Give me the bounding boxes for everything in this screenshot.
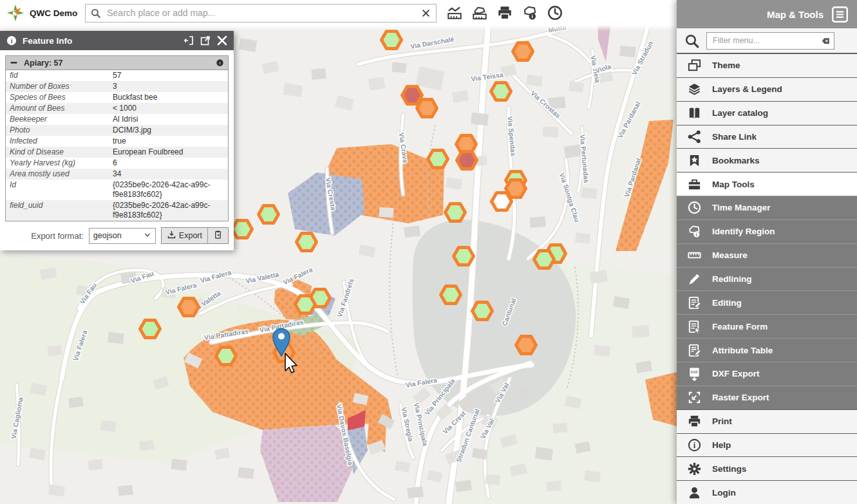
attribute-label: Amount of Bees — [6, 103, 109, 114]
apiary-marker-green[interactable] — [296, 296, 315, 313]
sidebar-item-identify-region[interactable]: iIdentify Region — [677, 219, 857, 243]
info-icon: i — [6, 35, 17, 46]
apiary-marker-orange[interactable] — [179, 299, 199, 316]
export-row: Export format: geojson Export — [5, 227, 229, 244]
maximize-icon[interactable] — [200, 35, 211, 46]
attribute-row: BeekeeperAl Idrisi — [6, 114, 229, 125]
copy-to-clipboard-button[interactable] — [207, 228, 228, 243]
layers-icon — [686, 82, 702, 97]
export-format-select[interactable]: geojson — [89, 228, 156, 244]
apiary-marker-green[interactable] — [382, 32, 402, 49]
apiary-marker-green[interactable] — [297, 234, 317, 251]
identify-region-tool-icon[interactable] — [471, 5, 488, 21]
apiary-marker-green[interactable] — [534, 251, 554, 268]
backspace-icon[interactable] — [821, 36, 831, 46]
sidebar-item-label: Map Tools — [712, 180, 755, 189]
search-icon — [684, 33, 700, 49]
sidebar-item-measure[interactable]: Measure — [677, 243, 857, 267]
sidebar-item-login[interactable]: Login — [677, 480, 857, 504]
sidebar-menu: ThemeLayers & LegendLayer catalogShare L… — [677, 53, 857, 504]
feature-info-panel: i Feature Info Apiary: 57 i fid57Number … — [0, 31, 234, 250]
apiary-marker-red[interactable] — [457, 152, 477, 169]
attribute-value: 3 — [109, 81, 229, 92]
apiary-marker-green[interactable] — [446, 204, 466, 221]
close-icon[interactable] — [216, 35, 228, 46]
apiary-marker-green[interactable] — [428, 151, 448, 168]
collapse-icon[interactable] — [10, 59, 18, 67]
sidebar-item-settings[interactable]: Settings — [677, 456, 857, 480]
apiary-marker-green[interactable] — [259, 206, 279, 223]
apiary-marker-white[interactable] — [492, 193, 512, 210]
search-clear-icon[interactable] — [422, 9, 430, 17]
attribute-row: Id{0235be9c-2026-42ac-a99c-f9e8183fc602} — [6, 180, 229, 200]
feature-section-title: Apiary: 57 — [24, 59, 62, 68]
attribute-row: Species of BeesBuckfast bee — [6, 92, 229, 103]
sidebar-item-label: Layer catalog — [712, 108, 768, 118]
sidebar-item-label: Time Manager — [712, 203, 771, 212]
menu-icon[interactable] — [831, 6, 849, 23]
attribute-row: Amount of Bees< 1000 — [6, 103, 229, 114]
app-logo: QWC Demo — [0, 4, 85, 22]
search-input[interactable] — [106, 7, 416, 19]
apiary-marker-green[interactable] — [140, 321, 160, 338]
svg-text:i: i — [220, 61, 221, 66]
print-tool-icon[interactable] — [496, 5, 513, 21]
apiary-marker-green[interactable] — [216, 348, 236, 365]
attribute-value: 34 — [109, 169, 229, 180]
attribute-label: fid — [6, 70, 109, 81]
app-title: QWC Demo — [30, 8, 77, 18]
apiary-marker-orange[interactable] — [516, 337, 536, 354]
sidebar-item-label: Redlining — [712, 274, 752, 284]
sidebar-item-feature-form[interactable]: Feature Form — [677, 314, 857, 338]
apiary-marker-green[interactable] — [473, 303, 493, 320]
sidebar-item-label: Settings — [712, 464, 746, 474]
sidebar-item-label: Share Link — [712, 132, 757, 142]
attribute-label: Beekeeper — [6, 114, 109, 125]
attribute-label: Area mostly used — [6, 169, 109, 180]
measure-tool-icon[interactable] — [446, 5, 463, 21]
sidebar-item-attribute-table[interactable]: Attribute Table — [677, 338, 857, 362]
export-button[interactable]: Export — [162, 228, 207, 243]
attribute-row: Area mostly used34 — [6, 169, 229, 180]
sidebar-item-label: Bookmarks — [712, 156, 760, 165]
apiary-marker-orange[interactable] — [417, 100, 437, 117]
sidebar-item-layer-catalog[interactable]: Layer catalog — [677, 101, 857, 125]
time-manager-tool-icon[interactable] — [547, 5, 563, 21]
feature-info-title: Feature Info — [23, 36, 178, 46]
chevron-down-icon — [144, 231, 151, 241]
apiary-marker-green[interactable] — [491, 83, 511, 100]
apiary-marker-green[interactable] — [441, 286, 461, 304]
sidebar-item-print[interactable]: Print — [677, 409, 857, 433]
attribute-label: Id — [6, 180, 109, 200]
identify-tool-icon[interactable]: i — [522, 5, 538, 21]
sidebar-item-bookmarks[interactable]: Bookmarks — [677, 148, 857, 172]
dxf-icon: DXF — [686, 366, 702, 381]
sidebar-item-help[interactable]: iHelp — [677, 433, 857, 457]
filter-menu-input[interactable] — [711, 35, 821, 46]
clipboard-icon — [213, 230, 223, 241]
filter-menu-field[interactable] — [706, 32, 834, 50]
sidebar-item-layers-legend[interactable]: Layers & Legend — [677, 77, 857, 101]
attribute-value: {0235be9c-2026-42ac-a99c-f9e8183fc602} — [109, 180, 229, 200]
apiary-marker-green[interactable] — [454, 248, 474, 265]
print-icon — [686, 414, 702, 429]
export-button-group: Export — [161, 227, 229, 244]
feature-section-header[interactable]: Apiary: 57 i — [5, 55, 229, 70]
sidebar-item-theme[interactable]: Theme — [677, 53, 857, 77]
apiary-marker-orange[interactable] — [513, 43, 533, 61]
raster-icon — [686, 390, 702, 405]
svg-text:i: i — [11, 37, 13, 44]
sidebar-item-share-link[interactable]: Share Link — [677, 125, 857, 149]
sidebar-item-raster-export[interactable]: Raster Export — [677, 386, 857, 409]
dock-icon[interactable] — [183, 35, 194, 46]
sidebar-item-editing[interactable]: Editing — [677, 290, 857, 314]
apiary-marker-green[interactable] — [232, 221, 252, 238]
attribute-label: Photo — [6, 125, 109, 136]
attribute-value: 57 — [109, 70, 229, 81]
search-bar[interactable] — [85, 4, 437, 23]
sidebar-item-dxf-export[interactable]: DXFDXF Export — [677, 362, 857, 386]
sidebar-item-map-tools[interactable]: Map Tools — [677, 172, 857, 196]
sidebar-item-time-manager[interactable]: Time Manager — [677, 196, 857, 219]
sidebar-item-redlining[interactable]: Redlining — [677, 267, 857, 291]
feature-info-circle-icon[interactable]: i — [216, 59, 224, 67]
